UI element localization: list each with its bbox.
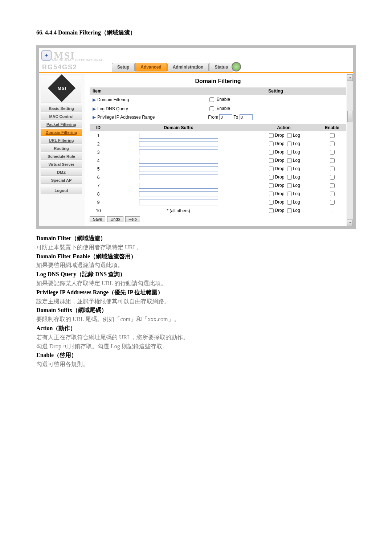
- checkbox-drop[interactable]: [269, 150, 274, 155]
- brand-badge-icon: ✦: [41, 50, 52, 61]
- sidebar-item-url-filtering[interactable]: URL Filtering: [41, 137, 82, 144]
- scroll-thumb[interactable]: [347, 111, 352, 122]
- sidebar-item-domain-filtering[interactable]: Domain Filtering: [41, 129, 82, 136]
- label-log: Log: [293, 200, 300, 205]
- input-domain-suffix[interactable]: [139, 141, 218, 147]
- cell-id: 3: [90, 148, 107, 156]
- checkbox-drop[interactable]: [269, 200, 274, 205]
- vertical-scrollbar[interactable]: ▴ ▾: [347, 74, 353, 226]
- cell-suffix: [107, 181, 250, 190]
- col-enable: Enable: [318, 124, 346, 131]
- checkbox-drop[interactable]: [269, 192, 274, 196]
- checkbox-log-dns-enable[interactable]: [209, 106, 214, 111]
- desc-body-2: 如果要啓用網域過濾請勾選此項。: [36, 261, 356, 270]
- desc-body-6a: 若有人正在存取符合網址尾碼的 URL，您所要採取的動作。: [36, 333, 356, 342]
- checkbox-log[interactable]: [287, 167, 292, 171]
- cell-enable: [318, 156, 346, 165]
- sidebar-item-virtual-server[interactable]: Virtual Server: [41, 161, 82, 168]
- checkbox-log[interactable]: [287, 158, 292, 163]
- checkbox-drop[interactable]: [269, 183, 274, 188]
- label-drop: Drop: [275, 191, 285, 196]
- input-domain-suffix[interactable]: [139, 191, 218, 197]
- sidebar-item-basic-setting[interactable]: Basic Setting: [41, 105, 82, 112]
- checkbox-enable[interactable]: [330, 150, 335, 155]
- input-domain-suffix[interactable]: [139, 133, 218, 139]
- brand-subtitle: MICRO-STAR INTERNATIONAL: [52, 58, 103, 62]
- cell-suffix: [107, 156, 250, 165]
- content-pane: Domain Filtering Item Setting ▶Domain Fi…: [85, 74, 353, 226]
- table-row: 3Drop Log: [90, 148, 346, 156]
- help-button[interactable]: Help: [125, 216, 140, 222]
- form-buttons: Save Undo Help: [90, 216, 346, 222]
- sidebar-item-mac-control[interactable]: MAC Control: [41, 113, 82, 120]
- sidebar-item-packet-filtering[interactable]: Packet Filtering: [41, 121, 82, 128]
- checkbox-log[interactable]: [287, 192, 292, 196]
- sidebar-item-special-ap[interactable]: Special AP: [41, 177, 82, 184]
- checkbox-log[interactable]: [287, 175, 292, 180]
- cell-id: 1: [90, 131, 107, 140]
- enable-dash: -: [331, 208, 333, 213]
- input-domain-suffix[interactable]: [139, 183, 218, 189]
- checkbox-log[interactable]: [287, 141, 292, 146]
- checkbox-enable[interactable]: [330, 141, 335, 146]
- cell-action: Drop Log: [250, 181, 318, 190]
- checkbox-enable[interactable]: [330, 200, 335, 205]
- checkbox-drop[interactable]: [269, 158, 274, 163]
- scroll-up-icon[interactable]: ▴: [347, 74, 353, 81]
- checkbox-enable[interactable]: [330, 175, 335, 180]
- col-domain-suffix: Domain Suffix: [107, 124, 250, 131]
- input-domain-suffix[interactable]: [139, 175, 218, 180]
- checkbox-enable[interactable]: [330, 133, 335, 138]
- checkbox-log[interactable]: [287, 200, 292, 205]
- table-row: 4Drop Log: [90, 156, 346, 165]
- cell-id: 5: [90, 165, 107, 173]
- label-drop: Drop: [275, 149, 285, 155]
- scroll-down-icon[interactable]: ▾: [347, 219, 353, 226]
- checkbox-log[interactable]: [287, 208, 292, 213]
- cell-id: 10: [90, 206, 107, 215]
- section-heading: 66. 4.4.4 Domain Filtering（網域過濾）: [36, 29, 356, 37]
- label-log: Log: [293, 208, 300, 213]
- table-row: 8Drop Log: [90, 190, 346, 198]
- page-title: Domain Filtering: [90, 76, 346, 87]
- desc-title-5: Domain Suffix（網域尾碼）: [36, 307, 107, 313]
- input-range-to[interactable]: [240, 114, 253, 120]
- tab-setup[interactable]: Setup: [112, 63, 135, 71]
- input-domain-suffix[interactable]: [139, 158, 218, 164]
- save-button[interactable]: Save: [90, 216, 105, 222]
- checkbox-enable[interactable]: [330, 158, 335, 163]
- checkbox-log[interactable]: [287, 133, 292, 138]
- cell-id: 4: [90, 156, 107, 165]
- checkbox-log[interactable]: [287, 183, 292, 188]
- checkbox-enable[interactable]: [330, 192, 335, 196]
- cell-enable: [318, 140, 346, 148]
- main-tabs: Setup Advanced Administration Status: [112, 63, 234, 71]
- desc-title-6: Action（動作）: [36, 325, 76, 331]
- checkbox-enable[interactable]: [330, 167, 335, 171]
- checkbox-drop[interactable]: [269, 175, 274, 180]
- sidebar-item-dmz[interactable]: DMZ: [41, 169, 82, 176]
- checkbox-domain-filtering-enable[interactable]: [209, 97, 214, 102]
- tab-administration[interactable]: Administration: [167, 63, 209, 71]
- cell-suffix: [107, 198, 250, 206]
- label-drop: Drop: [275, 158, 285, 163]
- checkbox-drop[interactable]: [269, 141, 274, 146]
- checkbox-drop[interactable]: [269, 133, 274, 138]
- sidebar-item-logout[interactable]: Logout: [41, 187, 82, 194]
- sidebar-item-schedule-rule[interactable]: Schedule Rule: [41, 153, 82, 160]
- checkbox-enable[interactable]: [330, 183, 335, 188]
- tab-advanced[interactable]: Advanced: [135, 63, 167, 71]
- label-drop: Drop: [275, 175, 285, 180]
- checkbox-drop[interactable]: [269, 208, 274, 213]
- sidebar-item-routing[interactable]: Routing: [41, 145, 82, 152]
- checkbox-drop[interactable]: [269, 167, 274, 171]
- col-id: ID: [90, 124, 107, 131]
- undo-button[interactable]: Undo: [107, 216, 123, 222]
- input-domain-suffix[interactable]: [139, 166, 218, 172]
- input-domain-suffix[interactable]: [139, 200, 218, 205]
- input-domain-suffix[interactable]: [139, 149, 218, 155]
- tab-status[interactable]: Status: [209, 63, 233, 71]
- checkbox-log[interactable]: [287, 150, 292, 155]
- table-row: 2Drop Log: [90, 140, 346, 148]
- input-range-from[interactable]: [219, 114, 232, 120]
